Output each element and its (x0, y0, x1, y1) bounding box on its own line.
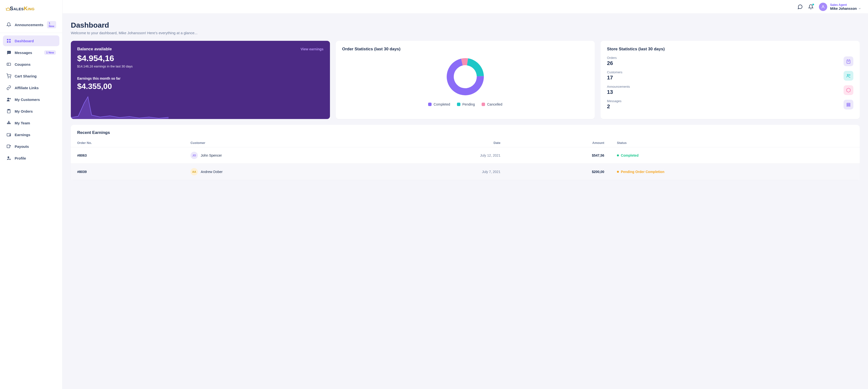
order-stats-title: Order Statistics (last 30 days) (342, 47, 589, 52)
svg-rect-27 (847, 106, 850, 106)
col-order: Order No. (71, 139, 184, 147)
month-earnings-title: Earnings this month so far (77, 77, 323, 80)
sidebar-item-cart-sharing[interactable]: Cart Sharing (3, 70, 59, 81)
customer-avatar: AA (190, 168, 198, 175)
sidebar-item-my-team[interactable]: My Team (3, 118, 59, 128)
sidebar-item-profile[interactable]: Profile (3, 153, 59, 163)
sidebar-item-label: Payouts (14, 144, 29, 149)
sidebar-item-label: Announcements (14, 23, 43, 27)
view-earnings-link[interactable]: View earnings (301, 47, 323, 51)
balance-card: Balance available View earnings $4.954,1… (71, 41, 330, 119)
recent-earnings-title: Recent Earnings (77, 130, 854, 135)
legend-label: Pending (462, 102, 475, 106)
stat-value: 26 (607, 60, 617, 66)
cell-order: #8063 (71, 147, 184, 164)
cart-icon (6, 73, 11, 79)
shopping-bag-icon (844, 56, 854, 66)
sidebar-item-earnings[interactable]: Earnings (3, 129, 59, 140)
svg-point-9 (10, 78, 11, 78)
donut-legend: Completed Pending Cancelled (428, 102, 502, 106)
svg-rect-25 (847, 103, 850, 104)
sidebar-item-dashboard[interactable]: Dashboard (3, 35, 59, 46)
main-area: Sales Agent Mike Johansson Dashboard Wel… (63, 0, 868, 389)
svg-rect-26 (847, 104, 850, 105)
page-title: Dashboard (71, 21, 860, 29)
month-earnings-amount: $4.355,00 (77, 82, 323, 91)
cell-status: Completed (611, 147, 860, 164)
svg-rect-0 (7, 39, 8, 40)
sidebar-item-payouts[interactable]: Payouts (3, 141, 59, 152)
svg-point-13 (8, 121, 9, 122)
table-row[interactable]: #8039AAAndrew DoberJuly 7, 2021$200,00Pe… (71, 164, 860, 180)
store-stat-row: Customers17 (607, 70, 854, 81)
grid-icon (6, 38, 11, 43)
table-row[interactable]: #8063JOJohn SpencerJuly 12, 2021$547,56C… (71, 147, 860, 164)
dashboard-cards-row: Balance available View earnings $4.954,1… (71, 41, 860, 119)
user-name: Mike Johansson (830, 7, 857, 10)
notifications-topbar-icon[interactable] (808, 4, 813, 9)
cell-customer: JOJohn Spencer (184, 147, 370, 164)
bell-icon (6, 22, 11, 27)
svg-point-21 (822, 5, 824, 7)
sidebar-badge: 1 New (47, 21, 56, 28)
payout-icon (6, 144, 11, 149)
sidebar-item-my-customers[interactable]: My Customers (3, 94, 59, 105)
balance-amount: $4.954,16 (77, 54, 323, 63)
sidebar-item-label: My Team (14, 121, 30, 125)
sidebar-nav: Announcements 1 New Dashboard Messages 1… (0, 16, 62, 167)
cell-amount: $200,00 (507, 164, 611, 180)
stat-label: Messages (607, 99, 621, 103)
store-stats-title: Store Statistics (last 30 days) (607, 47, 854, 52)
store-stat-row: Messages2 (607, 99, 854, 110)
col-status: Status (611, 139, 860, 147)
users-icon (6, 97, 11, 102)
store-stat-row: Announcements13 (607, 85, 854, 95)
sidebar-item-label: Earnings (14, 133, 30, 137)
svg-point-10 (7, 98, 9, 99)
col-date: Date (370, 139, 507, 147)
stat-value: 17 (607, 74, 622, 81)
sidebar-item-my-orders[interactable]: My Orders (3, 106, 59, 117)
legend-dot-icon (482, 102, 485, 106)
stat-value: 13 (607, 89, 630, 95)
store-stat-row: Orders26 (607, 56, 854, 66)
user-menu[interactable]: Sales Agent Mike Johansson (819, 3, 861, 11)
svg-point-24 (849, 74, 850, 75)
status-dot-icon (617, 154, 619, 156)
cell-date: July 12, 2021 (370, 147, 507, 164)
sidebar-item-label: Messages (14, 51, 32, 55)
legend-cancelled: Cancelled (482, 102, 502, 106)
status-label: Pending Order Completion (621, 170, 664, 174)
stat-label: Customers (607, 70, 622, 74)
col-amount: Amount (507, 139, 611, 147)
list-icon (844, 100, 854, 110)
sparkline-chart (71, 93, 168, 119)
svg-point-15 (8, 123, 9, 124)
sidebar-item-announcements[interactable]: Announcements 1 New (3, 18, 59, 31)
svg-rect-18 (7, 145, 10, 148)
chevron-down-icon (858, 7, 861, 10)
stat-label: Announcements (607, 85, 630, 88)
recent-earnings-card: Recent Earnings Order No. Customer Date … (71, 125, 860, 180)
svg-point-19 (7, 156, 9, 158)
brand-text-sales: Sales (10, 5, 24, 12)
topbar: Sales Agent Mike Johansson (63, 0, 868, 14)
order-stats-card: Order Statistics (last 30 days) Complete… (336, 41, 595, 119)
svg-rect-3 (9, 41, 11, 43)
cell-order: #8039 (71, 164, 184, 180)
notification-dot-icon (812, 4, 814, 5)
messages-topbar-icon[interactable] (798, 4, 803, 9)
customer-name: Andrew Dober (201, 170, 223, 174)
svg-point-6 (9, 52, 10, 53)
sidebar-item-coupons[interactable]: Coupons (3, 59, 59, 70)
sidebar-item-messages[interactable]: Messages 1 New (3, 47, 59, 58)
sidebar-item-affiliate-links[interactable]: Affiliate Links (3, 82, 59, 93)
col-customer: Customer (184, 139, 370, 147)
svg-point-5 (8, 52, 9, 53)
legend-dot-icon (428, 102, 432, 106)
sidebar-item-label: Affiliate Links (14, 86, 39, 90)
chat-icon (6, 50, 11, 55)
users-icon (844, 71, 854, 81)
balance-title: Balance available (77, 47, 112, 52)
svg-point-8 (8, 78, 8, 78)
